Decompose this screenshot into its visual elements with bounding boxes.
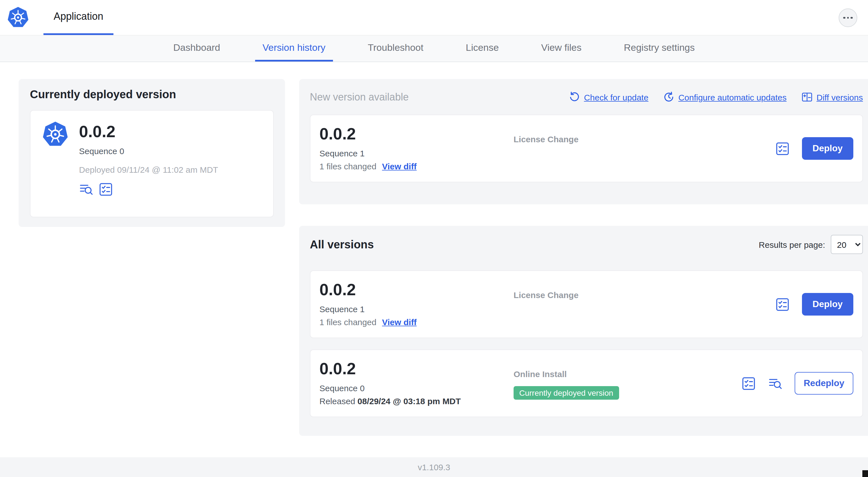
tab-application[interactable]: Application: [43, 0, 114, 35]
all-versions-title: All versions: [310, 238, 374, 251]
sequence-label: Sequence 1: [319, 148, 417, 158]
release-notes-icon[interactable]: [99, 182, 113, 197]
new-version-title: New version available: [310, 91, 409, 103]
nav-tab-license[interactable]: License: [459, 35, 506, 62]
nav-tab-dashboard[interactable]: Dashboard: [166, 35, 227, 62]
refresh-icon: [568, 91, 580, 103]
release-notes-icon[interactable]: [742, 376, 756, 390]
app-nav: Dashboard Version history Troubleshoot L…: [0, 35, 868, 62]
top-bar: Application: [0, 0, 868, 35]
currently-deployed-title: Currently deployed version: [30, 88, 274, 101]
version-source-label: Online Install: [514, 369, 619, 379]
tab-application-label: Application: [54, 11, 103, 23]
view-logs-icon[interactable]: [79, 182, 93, 197]
new-version-panel: New version available Check for update C…: [299, 79, 868, 204]
redeploy-button[interactable]: Redeploy: [795, 372, 853, 395]
view-diff-link[interactable]: View diff: [382, 317, 417, 327]
version-number: 0.0.2: [319, 360, 461, 378]
sequence-label: Sequence 1: [319, 304, 417, 314]
nav-tab-troubleshoot[interactable]: Troubleshoot: [360, 35, 431, 62]
all-versions-panel: All versions Results per page: 20 0.0.2 …: [299, 226, 868, 436]
kubernetes-app-icon: [42, 121, 69, 148]
configure-automatic-updates-link[interactable]: Configure automatic updates: [663, 91, 787, 103]
current-version-number: 0.0.2: [79, 123, 218, 141]
files-changed-label: 1 files changed: [319, 161, 376, 171]
scrollbar-thumb[interactable]: [862, 470, 868, 477]
version-source-label: License Change: [514, 290, 579, 300]
new-version-row: 0.0.2 Sequence 1 1 files changed View di…: [310, 115, 863, 182]
check-for-update-link[interactable]: Check for update: [568, 91, 648, 103]
console-version-label: v1.109.3: [417, 462, 450, 472]
released-label: Released: [319, 396, 355, 406]
view-diff-link[interactable]: View diff: [382, 161, 417, 171]
app-window: Application Dashboard Version history Tr…: [0, 0, 868, 477]
current-sequence-label: Sequence 0: [79, 146, 218, 156]
deploy-button[interactable]: Deploy: [802, 137, 853, 160]
released-timestamp: 08/29/24 @ 03:18 pm MDT: [358, 396, 461, 406]
currently-deployed-card: 0.0.2 Sequence 0 Deployed 09/11/24 @ 11:…: [30, 110, 274, 217]
version-number: 0.0.2: [319, 281, 417, 299]
nav-tab-registry-settings[interactable]: Registry settings: [617, 35, 702, 62]
more-menu-button[interactable]: [839, 8, 857, 27]
currently-deployed-badge: Currently deployed version: [514, 386, 619, 400]
sequence-label: Sequence 0: [319, 383, 461, 393]
currently-deployed-panel: Currently deployed version 0.0.2 Sequenc…: [19, 79, 285, 227]
diff-versions-link[interactable]: Diff versions: [801, 91, 863, 103]
results-per-page-select[interactable]: 20: [831, 235, 863, 254]
diff-icon: [801, 91, 812, 103]
clock-refresh-icon: [663, 91, 675, 103]
version-number: 0.0.2: [319, 125, 417, 143]
nav-tab-version-history[interactable]: Version history: [255, 35, 333, 62]
release-notes-icon[interactable]: [775, 141, 789, 155]
results-per-page-label: Results per page:: [759, 240, 825, 249]
version-row: 0.0.2 Sequence 1 1 files changed View di…: [310, 270, 863, 338]
nav-tab-view-files[interactable]: View files: [534, 35, 589, 62]
files-changed-label: 1 files changed: [319, 317, 376, 327]
deployed-timestamp: Deployed 09/11/24 @ 11:02 am MDT: [79, 165, 218, 174]
version-source-label: License Change: [514, 135, 579, 144]
footer: v1.109.3: [0, 457, 868, 477]
deploy-button[interactable]: Deploy: [802, 293, 853, 316]
ellipsis-icon: [843, 17, 845, 19]
release-notes-icon[interactable]: [775, 297, 789, 311]
kubernetes-logo-icon: [7, 6, 29, 29]
version-row: 0.0.2 Sequence 0 Released08/29/24 @ 03:1…: [310, 350, 863, 417]
view-logs-icon[interactable]: [768, 376, 782, 390]
